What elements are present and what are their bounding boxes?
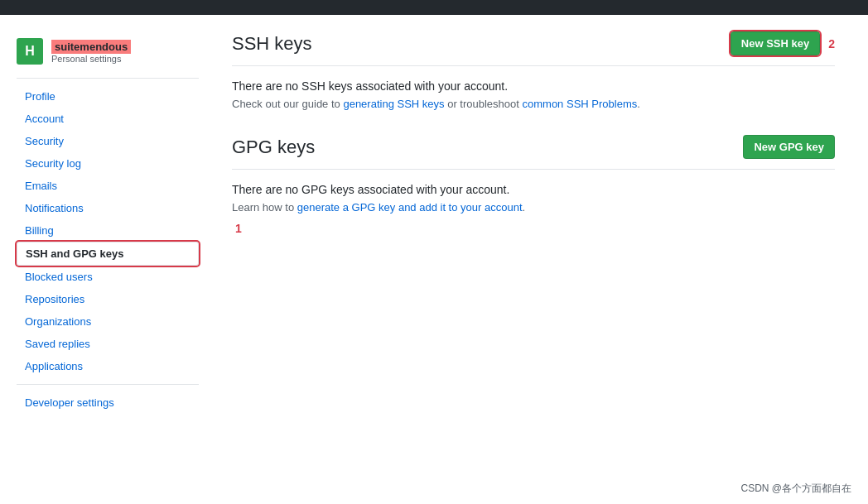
sidebar-nav: Profile Account Security Security log Em…	[17, 85, 199, 414]
sidebar-item-developer-settings[interactable]: Developer settings	[17, 391, 199, 414]
main-content: SSH keys New SSH key 2 There are no SSH …	[215, 31, 851, 487]
sidebar-nav-developer: Developer settings	[17, 391, 199, 414]
sidebar-item-blocked-users[interactable]: Blocked users	[17, 266, 199, 288]
sidebar-logo: H	[17, 38, 43, 65]
ssh-keys-section: SSH keys New SSH key 2 There are no SSH …	[232, 31, 835, 110]
gpg-guide-text: Learn how to generate a GPG key and add …	[232, 201, 835, 214]
common-ssh-problems-link[interactable]: common SSH Problems	[523, 98, 638, 110]
sidebar: H suitemendous Personal settings Profile…	[17, 31, 199, 487]
top-bar	[0, 0, 868, 15]
sidebar-item-organizations[interactable]: Organizations	[17, 310, 199, 333]
sidebar-item-ssh-gpg-keys[interactable]: SSH and GPG keys	[17, 242, 199, 266]
gpg-no-keys-text: There are no GPG keys associated with yo…	[232, 183, 835, 196]
sidebar-item-saved-replies[interactable]: Saved replies	[17, 333, 199, 355]
gpg-section-title: GPG keys	[232, 137, 315, 158]
sidebar-user-info: suitemendous Personal settings	[51, 40, 131, 64]
sidebar-item-security[interactable]: Security	[17, 130, 199, 152]
footer-text: CSDN @各个方面都自在	[740, 482, 851, 496]
gpg-keys-section: GPG keys New GPG key There are no GPG ke…	[232, 135, 835, 235]
sidebar-subtitle: Personal settings	[51, 54, 131, 64]
generate-gpg-key-link[interactable]: generate a GPG key and add it to your ac…	[297, 201, 523, 214]
gpg-section-header: GPG keys New GPG key	[232, 135, 835, 170]
new-ssh-key-button[interactable]: New SSH key	[731, 31, 820, 55]
ssh-annotation: 2	[828, 37, 835, 50]
sidebar-item-billing[interactable]: Billing	[17, 219, 199, 242]
gpg-annotation: 1	[235, 222, 242, 235]
ssh-section-header: SSH keys New SSH key 2	[232, 31, 835, 66]
sidebar-header: H suitemendous Personal settings	[17, 31, 199, 79]
ssh-guide-text: Check out our guide to generating SSH ke…	[232, 98, 835, 110]
sidebar-item-security-log[interactable]: Security log	[17, 152, 199, 175]
new-gpg-key-button[interactable]: New GPG key	[743, 135, 835, 159]
generating-ssh-keys-link[interactable]: generating SSH keys	[343, 98, 444, 110]
ssh-section-title: SSH keys	[232, 33, 312, 55]
sidebar-item-profile[interactable]: Profile	[17, 85, 199, 108]
gpg-annotation-container: 1	[232, 222, 835, 235]
sidebar-item-applications[interactable]: Applications	[17, 355, 199, 377]
sidebar-item-repositories[interactable]: Repositories	[17, 288, 199, 310]
sidebar-divider	[17, 384, 199, 385]
sidebar-item-notifications[interactable]: Notifications	[17, 197, 199, 219]
ssh-no-keys-text: There are no SSH keys associated with yo…	[232, 79, 835, 93]
sidebar-item-account[interactable]: Account	[17, 108, 199, 130]
page-container: H suitemendous Personal settings Profile…	[0, 15, 868, 504]
sidebar-username: suitemendous	[51, 40, 131, 54]
sidebar-nav-list: Profile Account Security Security log Em…	[17, 85, 199, 377]
sidebar-item-emails[interactable]: Emails	[17, 175, 199, 197]
